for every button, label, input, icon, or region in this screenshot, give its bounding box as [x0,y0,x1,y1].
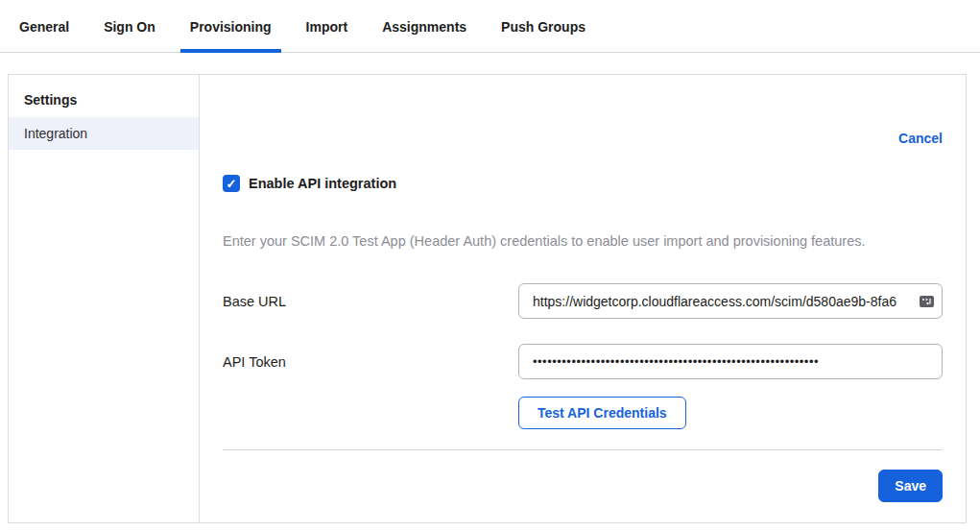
tab-import[interactable]: Import [297,19,358,53]
api-token-row: API Token [223,344,943,379]
enable-api-integration-checkbox[interactable]: ✓ [223,175,240,192]
text-cursor-icon [920,296,934,307]
provisioning-panel: Settings Integration Cancel ✓ Enable API… [8,74,967,523]
base-url-input-wrap [518,283,943,319]
save-button[interactable]: Save [878,470,943,502]
integration-settings-content: Cancel ✓ Enable API integration Enter yo… [200,75,966,522]
cancel-row: Cancel [223,75,943,147]
save-row: Save [223,450,943,502]
tab-sign-on[interactable]: Sign On [94,19,165,53]
base-url-input[interactable] [518,283,943,319]
test-credentials-row: Test API Credentials [518,397,943,429]
cancel-link[interactable]: Cancel [898,131,943,146]
base-url-row: Base URL [223,283,943,319]
api-token-input[interactable] [518,344,943,379]
tab-assignments[interactable]: Assignments [372,19,476,53]
tab-push-groups[interactable]: Push Groups [491,19,595,53]
sidebar-item-integration[interactable]: Integration [9,117,199,150]
tab-general[interactable]: General [10,19,79,53]
base-url-label: Base URL [223,294,518,309]
app-tab-bar: General Sign On Provisioning Import Assi… [0,0,980,53]
enable-api-integration-row: ✓ Enable API integration [223,175,943,192]
tab-provisioning[interactable]: Provisioning [180,19,281,53]
credentials-description: Enter your SCIM 2.0 Test App (Header Aut… [223,233,943,249]
sidebar-heading: Settings [9,81,199,117]
api-token-input-wrap [518,344,943,379]
test-api-credentials-button[interactable]: Test API Credentials [518,397,686,429]
enable-api-integration-label: Enable API integration [249,176,396,191]
settings-sidebar: Settings Integration [9,75,200,522]
api-token-label: API Token [223,354,518,370]
